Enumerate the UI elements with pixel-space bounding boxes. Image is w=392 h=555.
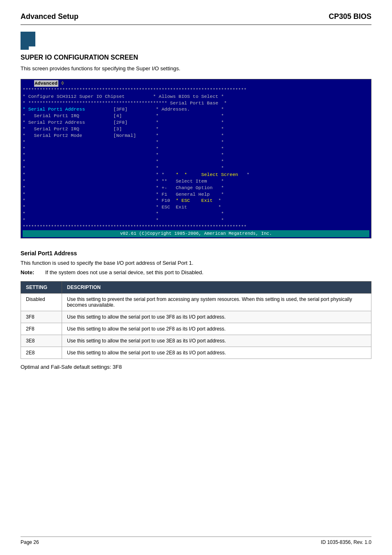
bios-serial2-irq: * Serial Port2 IRQ [3] * * bbox=[23, 126, 369, 132]
bios-divider: * **************************************… bbox=[23, 100, 369, 106]
note-text: If the system does not use a serial devi… bbox=[45, 269, 203, 275]
blue-block-bottom bbox=[21, 42, 29, 50]
bios-select-screen-text: * * Select Screen bbox=[176, 171, 238, 178]
cell-setting: Disabled bbox=[21, 293, 62, 311]
bios-esc-exit: * * ESC Exit * bbox=[23, 204, 369, 210]
table-row: 2F8Use this setting to allow the serial … bbox=[21, 323, 371, 335]
bios-title-row: Advanced ◊ bbox=[23, 80, 369, 87]
bios-empty-3: * * * bbox=[23, 152, 369, 158]
note-row: Note: If the system does not use a seria… bbox=[21, 269, 371, 275]
note-label: Note: bbox=[21, 269, 40, 275]
cell-description: Use this setting to allow the serial por… bbox=[62, 323, 371, 335]
cell-description: Use this setting to allow the serial por… bbox=[62, 335, 371, 347]
header-divider bbox=[21, 24, 371, 25]
table-header-row: SETTING DESCRIPTION bbox=[21, 281, 371, 293]
cell-setting: 2F8 bbox=[21, 323, 62, 335]
header-title: Advanced Setup bbox=[21, 12, 78, 21]
col-description: DESCRIPTION bbox=[62, 281, 371, 293]
cell-description: Use this setting to prevent the serial p… bbox=[62, 293, 371, 311]
bios-select-screen: * * * * * Select Screen * bbox=[23, 171, 369, 178]
bios-copyright: v02.61 (C)Copyright 1985-2006, American … bbox=[23, 230, 369, 237]
footer-page-number: Page 26 bbox=[21, 539, 39, 545]
bios-empty-1: * * * bbox=[23, 139, 369, 146]
col-setting: SETTING bbox=[21, 281, 62, 293]
bios-empty-2: * * * bbox=[23, 146, 369, 152]
optimal-note: Optimal and Fail-Safe default settings: … bbox=[21, 364, 371, 370]
corner-decoration bbox=[21, 32, 39, 50]
subsection-description: This function is used to specify the bas… bbox=[21, 260, 371, 266]
header-right-title: CP305 BIOS bbox=[329, 12, 371, 21]
cell-setting: 3E8 bbox=[21, 335, 62, 347]
bios-general-help: * * F1 General Help * bbox=[23, 191, 369, 198]
header: Advanced Setup CP305 BIOS bbox=[21, 12, 371, 21]
section-title: SUPER IO CONFIGURATION SCREEN bbox=[21, 54, 371, 61]
bios-border-top: ****************************************… bbox=[23, 87, 369, 93]
bios-change-option: * * +- Change Option * bbox=[23, 185, 369, 191]
bios-save-exit: * * F10 * ESC Exit * bbox=[23, 197, 369, 204]
section-description: This screen provides functions for speci… bbox=[21, 65, 371, 72]
settings-table: SETTING DESCRIPTION DisabledUse this set… bbox=[21, 281, 371, 359]
bios-title-bar-label: Advanced bbox=[34, 80, 58, 87]
bios-serial2-mode: * Serial Port2 Mode [Normal] * * bbox=[23, 132, 369, 139]
bios-empty-4: * * * bbox=[23, 158, 369, 165]
bios-empty-7: * * * bbox=[23, 217, 369, 224]
bios-save-and-exit-text: * ESC Exit bbox=[176, 197, 213, 204]
page: Advanced Setup CP305 BIOS SUPER IO CONFI… bbox=[0, 0, 392, 555]
bios-empty-6: * * * bbox=[23, 210, 369, 217]
table-row: DisabledUse this setting to prevent the … bbox=[21, 293, 371, 311]
bios-border-bottom: ****************************************… bbox=[23, 224, 369, 230]
table-row: 3F8Use this setting to allow the serial … bbox=[21, 311, 371, 323]
subsection-title: Serial Port1 Address bbox=[21, 250, 371, 257]
page-footer: Page 26 ID 1035-8356, Rev. 1.0 bbox=[21, 536, 371, 545]
bios-select-item: * * ** Select Item * bbox=[23, 178, 369, 185]
cell-setting: 3F8 bbox=[21, 311, 62, 323]
cell-description: Use this setting to allow the serial por… bbox=[62, 347, 371, 358]
cell-description: Use this setting to allow the serial por… bbox=[62, 311, 371, 323]
bios-empty-5: * * * bbox=[23, 165, 369, 171]
cell-setting: 2E8 bbox=[21, 347, 62, 358]
bios-screen: Advanced ◊ *****************************… bbox=[21, 79, 371, 238]
footer-doc-id: ID 1035-8356, Rev. 1.0 bbox=[321, 539, 371, 545]
bios-configure-line: * Configure SCH3112 Super IO Chipset * A… bbox=[23, 93, 369, 100]
table-row: 2E8Use this setting to allow the serial … bbox=[21, 347, 371, 358]
bios-serial1-irq: * Serial Port1 IRQ [4] * * bbox=[23, 113, 369, 119]
table-row: 3E8Use this setting to allow the serial … bbox=[21, 335, 371, 347]
bios-serial1-addr: * Serial Port1 Address [3F8] * Addresses… bbox=[23, 106, 369, 113]
bios-serial2-addr: * Serial Port2 Address [2F8] * * bbox=[23, 119, 369, 126]
